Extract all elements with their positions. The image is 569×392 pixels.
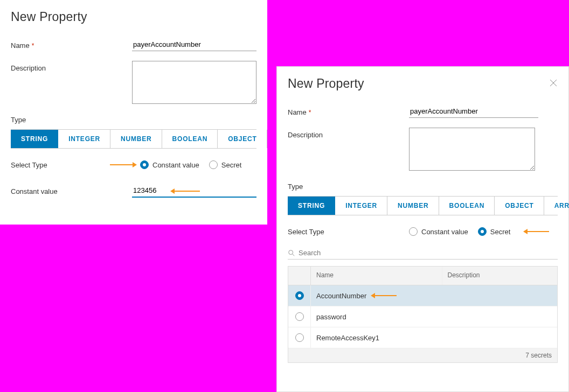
radio-dot-icon [295,333,304,342]
tab-array[interactable]: ARRAY [544,197,569,215]
row-name-text: AccountNumber [316,292,366,300]
row-select[interactable] [288,327,311,348]
select-type-radio-group: Constant value Secret [409,227,549,236]
tab-boolean[interactable]: BOOLEAN [162,130,218,148]
tab-string[interactable]: STRING [11,130,58,148]
description-field-row: Description [288,128,558,173]
description-field-row: Description [11,61,256,106]
radio-dot-icon [478,227,487,236]
table-row[interactable]: RemoteAccessKey1 [288,327,557,348]
search-input[interactable] [299,249,558,257]
name-label: Name* [11,38,132,50]
close-icon[interactable] [549,79,558,87]
required-asterisk: * [309,109,311,116]
constant-value-input[interactable] [132,184,256,198]
svg-point-2 [289,250,293,254]
select-type-radio-group: Constant value Secret [140,160,241,169]
left-panel: New Property Name* Description Type STRI… [0,0,267,225]
radio-secret-label: Secret [221,161,242,169]
type-section: Type STRING INTEGER NUMBER BOOLEAN OBJEC… [11,116,256,149]
select-type-row: Select Type Constant value Secret [288,227,558,236]
tab-number[interactable]: NUMBER [387,197,439,215]
name-label: Name* [288,105,409,116]
radio-constant-value[interactable]: Constant value [140,160,199,169]
row-select[interactable] [288,306,311,327]
radio-dot-icon [209,160,218,169]
description-textarea[interactable] [132,61,256,104]
type-label: Type [11,116,256,124]
tab-integer[interactable]: INTEGER [335,197,387,215]
search-wrap [288,249,558,260]
annotation-arrow [110,162,137,168]
radio-secret[interactable]: Secret [209,160,242,169]
description-label: Description [288,128,409,139]
radio-constant-value[interactable]: Constant value [409,227,468,236]
title-row: New Property [288,76,558,105]
table-row[interactable]: AccountNumber [288,285,557,306]
constant-value-label: Constant value [11,186,132,195]
table-footer: 7 secrets [288,348,557,362]
page-title: New Property [11,10,256,24]
type-section: Type STRING INTEGER NUMBER BOOLEAN OBJEC… [288,183,558,215]
radio-dot-icon [140,160,149,169]
description-label: Description [11,61,132,72]
type-tabs: STRING INTEGER NUMBER BOOLEAN OBJECT ARR… [288,196,558,215]
type-label: Type [288,183,558,191]
constant-value-row: Constant value [11,184,256,198]
table-row[interactable]: password [288,306,557,327]
row-name: RemoteAccessKey1 [311,334,442,342]
tab-integer[interactable]: INTEGER [58,130,110,148]
th-select [288,267,311,285]
description-input-wrap [132,61,256,106]
page-title: New Property [288,76,364,91]
select-type-label: Select Type [11,161,107,169]
radio-secret-label: Secret [490,228,511,236]
annotation-arrow [371,292,397,299]
radio-dot-icon [295,312,304,321]
constant-value-input-wrap [132,184,256,198]
name-input-wrap [409,105,558,118]
table-header: Name Description [288,267,557,285]
select-type-label: Select Type [288,228,409,236]
svg-line-3 [293,254,295,256]
type-tabs: STRING INTEGER NUMBER BOOLEAN OBJECT ARR… [11,129,256,149]
secrets-table: Name Description AccountNumber password … [288,266,558,363]
row-name: AccountNumber [311,292,442,300]
radio-dot-icon [295,291,304,300]
description-textarea[interactable] [409,128,535,171]
select-type-row: Select Type Constant value Secret [11,160,256,169]
name-input[interactable] [409,105,538,118]
right-panel: New Property Name* Description Type STRI… [276,66,569,392]
radio-constant-label: Constant value [152,161,199,169]
required-asterisk: * [32,42,34,50]
row-select[interactable] [288,285,311,306]
row-name: password [311,313,442,321]
radio-dot-icon [409,227,418,236]
name-field-row: Name* [288,105,558,118]
radio-constant-label: Constant value [421,228,468,236]
annotation-arrow [523,228,549,235]
name-field-row: Name* [11,38,256,51]
description-input-wrap [409,128,558,173]
radio-secret[interactable]: Secret [478,227,511,236]
tab-object[interactable]: OBJECT [218,130,267,148]
name-input[interactable] [132,38,256,51]
th-description[interactable]: Description [442,267,558,285]
search-icon [288,249,295,257]
tab-object[interactable]: OBJECT [495,197,544,215]
tab-string[interactable]: STRING [288,197,335,215]
tab-boolean[interactable]: BOOLEAN [439,197,495,215]
tab-number[interactable]: NUMBER [110,130,162,148]
name-input-wrap [132,38,256,51]
th-name[interactable]: Name [311,267,442,285]
